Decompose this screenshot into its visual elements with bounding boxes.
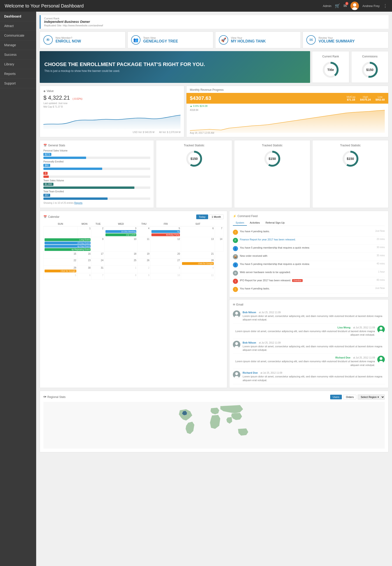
calendar-cell: 27 [151, 258, 181, 266]
user-avatar[interactable] [350, 2, 359, 10]
calendar-cell: 17 [92, 252, 105, 258]
feed-item-time: Just Now [375, 230, 385, 232]
svg-point-1 [353, 3, 356, 7]
today-button[interactable]: Today [196, 214, 208, 219]
stat-bar-fill [43, 198, 108, 200]
feed-item-time: 35 mins [377, 254, 385, 257]
feed-item: I IPO Report for year 2017 has been rele… [233, 277, 385, 285]
calendar-event[interactable]: 4p Repeating Event [44, 248, 91, 251]
month-button[interactable]: 1 Month [209, 214, 224, 219]
calendar-cell: 4 [181, 266, 215, 273]
email-icon: ✉ [233, 303, 235, 306]
email-sender: Richard Doe [243, 371, 258, 374]
feed-item-text: You have 4 pending tasks. [240, 287, 373, 290]
stat-bar-badge: $273 [43, 153, 51, 156]
volume-card[interactable]: ✉ Review Your VOLUME SUMMARY [303, 31, 389, 48]
feed-tab-system[interactable]: System [233, 220, 247, 226]
sidebar-item-success[interactable]: Success [0, 50, 36, 59]
calendar-cell: Long EventAll Day Event4p Day Event4p Re… [44, 237, 92, 252]
calendar-event[interactable]: All Day Event [44, 241, 91, 244]
reports-link[interactable]: Reports [74, 202, 82, 204]
calendar-event[interactable]: 4p Day Event [44, 245, 91, 248]
email-avatar [377, 325, 385, 333]
revenue-card: Monthly Revenue Progress $4307.63 MidCap… [186, 86, 389, 137]
calendar-cell: 23 [77, 258, 92, 266]
cart-icon: 🛒 [335, 3, 340, 8]
feed-item-icon: 📦 [233, 254, 238, 259]
calendar-event[interactable]: Birthday Party [152, 233, 180, 236]
sidebar-item-library[interactable]: Library [0, 59, 36, 69]
calendar-cell: 29Click for Google [44, 266, 77, 273]
calendar-event[interactable]: Long Event [44, 238, 91, 241]
value-card-title: Value [47, 89, 54, 93]
feed-tab-activities[interactable]: Activities [247, 220, 263, 226]
sidebar-item-attract[interactable]: Attract [0, 21, 36, 31]
admin-label: Admin [323, 4, 331, 8]
value-amount: $ 4,322.21 [43, 95, 70, 101]
low-value: $952.68 [376, 98, 385, 101]
volume-sub: Review Your [319, 36, 355, 39]
calendar-event[interactable]: 7p [152, 230, 180, 233]
feed-item-icon: F [233, 238, 238, 243]
volume-main: VOLUME SUMMARY [319, 39, 355, 43]
sidebar-item-reports[interactable]: Reports [0, 69, 36, 79]
username-label: Andrew Frey [362, 4, 380, 8]
users-button[interactable]: Users [330, 395, 342, 399]
sidebar-item-dashboard[interactable]: Dashboard [0, 12, 36, 21]
feed-item-time: Just Now [375, 287, 385, 289]
stats-row: 📅 General Stats Personal Sales Volume $2… [40, 140, 389, 208]
calendar-event[interactable]: 12p Lunch [105, 233, 136, 236]
email-date: at Jul 25, 2012 11:09 [353, 326, 375, 329]
calendar-cell: 3 [151, 266, 181, 273]
stat-bar-label: Total Team Enrolled [43, 190, 150, 193]
calendar-cell: 5 [44, 273, 77, 280]
midcap-label: MidCap [347, 96, 355, 98]
calendar-cell: 6 [181, 226, 215, 237]
calendar-cell: 13 [181, 237, 215, 252]
calendar-cell: 25 [105, 258, 138, 266]
message-icon-wrapper[interactable]: ✉ 5 [343, 3, 347, 8]
calendar-day-header: TUE [92, 222, 105, 226]
more-icon[interactable]: ⋮ [383, 3, 387, 8]
banner-stats-row: CHOOSE THE ENROLLMENT PACKAGE THAT'S RIG… [40, 51, 389, 83]
calendar-event[interactable]: Click for Google [44, 269, 76, 272]
region-select[interactable]: Select Region ▾ North America Europe Asi… [358, 395, 385, 400]
stat-bar-row: Personally Enrolled $82 [43, 160, 150, 170]
regional-controls: Users Orders Select Region ▾ North Ameri… [330, 395, 385, 400]
svg-point-26 [235, 372, 238, 375]
revenue-stats: MidCap $71.1B High $4375.24 Low $952.68 [347, 96, 385, 101]
sidebar-item-manage[interactable]: Manage [0, 40, 36, 50]
cart-icon-wrapper[interactable]: 🛒 [335, 3, 340, 8]
calendar-event[interactable]: Click for Google [182, 262, 214, 265]
feed-item: ! You have 4 pending tasks. Just Now [233, 228, 385, 236]
stat-bar-row: Personal Sales Volume $273 [43, 149, 150, 159]
calendar-cell: 20 [151, 252, 181, 258]
calendar-cell: 19 [138, 252, 151, 258]
genealogy-card[interactable]: 👥 Team View GENEALOGY TREE [127, 31, 213, 48]
stat-bar-fill [43, 186, 134, 189]
current-rank-donut: Title [321, 60, 340, 79]
enroll-card[interactable]: 👁 New Member? ENROLL NOW [40, 31, 126, 48]
stat-bar-bg [43, 168, 150, 170]
feed-tab-referral[interactable]: Referral Sign-Up [263, 220, 287, 226]
calendar-event[interactable]: 10:30a Meeting [105, 230, 136, 233]
feed-item-text: Web server hardware needs to be upgraded… [240, 270, 376, 274]
feed-item-text: You have 4 pending tasks. [240, 230, 373, 233]
email-body: Lorem ipsum dolor sit amet, consectetur … [243, 375, 385, 382]
calendar-cell: 7 [92, 273, 105, 280]
email-sender: Bob Nilson [243, 341, 256, 344]
orders-button[interactable]: Orders [343, 395, 356, 399]
holding-card[interactable]: 🚀 View Your MY HOLDING TANK [215, 31, 301, 48]
revenue-change: ▲ 0.6% $24.08 [186, 104, 388, 108]
command-feed-column: ⚡ Command Feed System Activities Referra… [229, 211, 389, 388]
calendar-icon-small: 📅 [43, 144, 47, 147]
feed-item-icon: I [233, 279, 238, 284]
calendar-cell: 4 [138, 226, 151, 237]
svg-point-23 [380, 357, 382, 360]
enroll-icon: 👁 [43, 35, 53, 44]
high-label: High [360, 96, 371, 98]
feed-item-icon: 👤 [233, 246, 238, 251]
sidebar-item-support[interactable]: Support [0, 79, 36, 88]
stat-bar-label: Personal Sales Volume [43, 149, 150, 152]
sidebar-item-communicate[interactable]: Communicate [0, 31, 36, 40]
